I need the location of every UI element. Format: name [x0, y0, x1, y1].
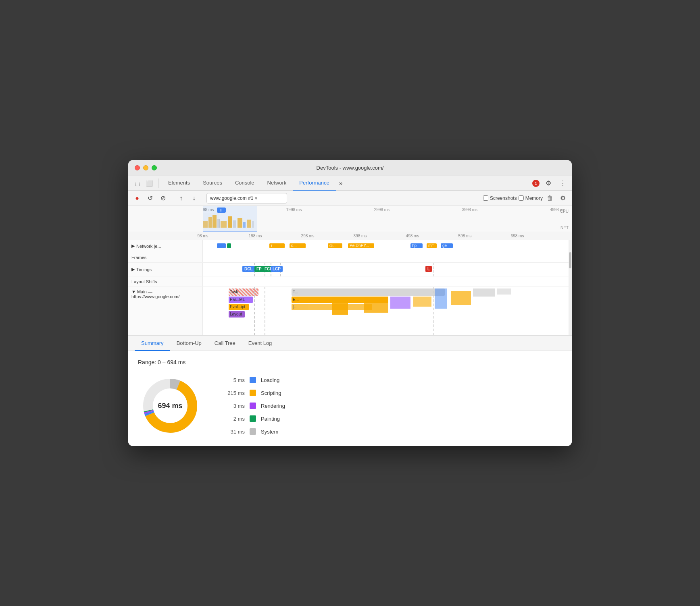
tab-more-button[interactable]: » — [336, 176, 346, 191]
main-label-text: ▼ Main — https://www.google.com/ — [131, 289, 199, 299]
screenshots-checkbox-group: Screenshots — [483, 195, 517, 201]
maximize-button[interactable] — [152, 165, 157, 170]
tab-event-log[interactable]: Event Log — [242, 336, 279, 351]
time-ruler: 98 ms 198 ms 298 ms 398 ms 498 ms 598 ms… — [128, 232, 572, 240]
toolbar-nav: ⬚ ⬜ — [131, 178, 158, 188]
tick-598ms: 598 ms — [458, 234, 472, 238]
overview-bar: CPU NET 98 ms 1998 ms 2998 ms 3998 ms 49… — [128, 206, 572, 232]
timings-expand-icon[interactable]: ▶ — [131, 267, 135, 272]
legend-value-scripting: 215 ms — [227, 390, 245, 396]
lcp-badge: LCP — [271, 266, 283, 272]
timings-track-label[interactable]: ▶ Timings — [128, 263, 203, 276]
network-bar-m: m= — [427, 243, 437, 248]
tab-call-tree[interactable]: Call Tree — [208, 336, 242, 351]
donut-chart: 694 ms — [138, 374, 202, 438]
timeline-scrollbar[interactable] — [569, 240, 572, 335]
legend-label-loading: Loading — [261, 377, 279, 383]
network-bar-cli: cli... — [328, 243, 342, 248]
summary-panel: Range: 0 – 694 ms — [128, 351, 572, 446]
clear-recordings-button[interactable]: 🗑 — [544, 193, 556, 204]
cluster-4 — [413, 297, 431, 307]
tab-bottom-up[interactable]: Bottom-Up — [170, 336, 208, 351]
task-block-layout: Layout — [229, 311, 245, 318]
tick-98ms: 98 ms — [197, 234, 208, 238]
tick-398ms: 398 ms — [354, 234, 367, 238]
network-expand-icon[interactable]: ▶ — [131, 243, 135, 249]
bottom-panel: Summary Bottom-Up Call Tree Event Log Ra… — [128, 335, 572, 446]
range-text: Range: 0 – 694 ms — [138, 359, 562, 365]
toolbar-separator-2 — [203, 194, 203, 202]
device-toolbar-button[interactable]: ⬜ — [144, 178, 155, 188]
devtools-window: DevTools - www.google.com/ ⬚ ⬜ Elements … — [128, 160, 572, 446]
legend-item-painting: 2 ms Painting — [227, 415, 285, 422]
perf-settings-button[interactable]: ⚙ — [557, 193, 569, 204]
legend-swatch-loading — [250, 377, 256, 383]
reload-record-button[interactable]: ↺ — [144, 193, 156, 204]
close-button[interactable] — [135, 165, 140, 170]
titlebar: DevTools - www.google.com/ — [128, 160, 572, 176]
legend-value-loading: 5 ms — [227, 377, 245, 383]
tab-performance[interactable]: Performance — [293, 176, 335, 191]
minimize-button[interactable] — [143, 165, 148, 170]
legend-item-loading: 5 ms Loading — [227, 377, 285, 383]
tab-summary[interactable]: Summary — [135, 336, 170, 351]
timings-track-row: ▶ Timings DCL FP FCP LCP L — [128, 263, 572, 276]
cursor-tool-button[interactable]: ⬚ — [131, 178, 143, 188]
task-block-t: T... — [292, 288, 445, 296]
timings-label-text: Timings — [136, 267, 152, 272]
summary-content: 694 ms 5 ms Loading 215 ms Scripting — [138, 374, 562, 438]
main-dcl-line — [254, 287, 255, 335]
download-button[interactable]: ↓ — [188, 193, 200, 204]
legend-swatch-rendering — [250, 403, 256, 409]
toolbar-right: 1 ⚙ ⋮ — [532, 178, 569, 189]
main-track-label[interactable]: ▼ Main — https://www.google.com/ — [128, 287, 203, 335]
main-track-row: ▼ Main — https://www.google.com/ Task Pa… — [128, 287, 572, 335]
tick-698ms: 698 ms — [511, 234, 524, 238]
toolbar-separator-1 — [172, 194, 172, 202]
layout-shifts-content — [203, 276, 572, 286]
overview-tick-2: 2998 ms — [374, 208, 390, 212]
main-track-content: Task Par...ML Eval...ipt Layout T... E..… — [203, 287, 572, 335]
memory-label: Memory — [525, 195, 543, 201]
clear-button[interactable]: ⊘ — [157, 193, 169, 204]
layout-shifts-track-row: Layout Shifts — [128, 276, 572, 287]
tab-elements[interactable]: Elements — [162, 176, 196, 191]
scrollbar-thumb[interactable] — [569, 252, 571, 268]
bottom-tabs: Summary Bottom-Up Call Tree Event Log — [128, 336, 572, 351]
more-options-button[interactable]: ⋮ — [557, 178, 569, 189]
network-track-label[interactable]: ▶ Network |e... — [128, 240, 203, 252]
record-button[interactable]: ● — [131, 193, 143, 204]
legend-value-painting: 2 ms — [227, 416, 245, 422]
frames-track-label[interactable]: Frames — [128, 252, 203, 262]
url-bar: www.google.com #1 ▾ — [206, 193, 287, 203]
screenshots-checkbox[interactable] — [483, 195, 488, 201]
tick-198ms: 198 ms — [249, 234, 262, 238]
pause-marker: ⏸ — [217, 208, 226, 213]
tab-sources[interactable]: Sources — [196, 176, 229, 191]
network-bar-hp: hp — [410, 243, 423, 248]
donut-center-value: 694 ms — [158, 402, 182, 410]
dcl-badge: DCL — [242, 266, 255, 272]
legend-swatch-system — [250, 428, 256, 435]
tab-network[interactable]: Network — [261, 176, 293, 191]
tick-298ms: 298 ms — [301, 234, 315, 238]
url-text: www.google.com #1 — [210, 195, 253, 201]
overview-tick-3: 3998 ms — [462, 208, 477, 212]
track-container: ▶ Network |e... r d... cli... Pe,DhPY...… — [128, 240, 572, 335]
layout-shifts-label[interactable]: Layout Shifts — [128, 276, 203, 286]
frames-track-row: Frames — [128, 252, 572, 263]
memory-checkbox[interactable] — [519, 195, 524, 201]
url-dropdown-button[interactable]: ▾ — [255, 195, 257, 201]
settings-button[interactable]: ⚙ — [543, 178, 554, 189]
upload-button[interactable]: ↑ — [175, 193, 187, 204]
frames-label-text: Frames — [131, 255, 146, 260]
tab-bar: ⬚ ⬜ Elements Sources Console Network Per… — [128, 176, 572, 191]
task-block-eval: Eval...ipt — [229, 304, 249, 310]
l-badge: L — [425, 266, 432, 272]
legend-swatch-scripting — [250, 390, 256, 396]
main-l-line — [433, 287, 434, 335]
main-fp-line — [265, 287, 265, 335]
legend-item-system: 31 ms System — [227, 428, 285, 435]
tab-console[interactable]: Console — [229, 176, 261, 191]
window-title: DevTools - www.google.com/ — [317, 165, 384, 171]
